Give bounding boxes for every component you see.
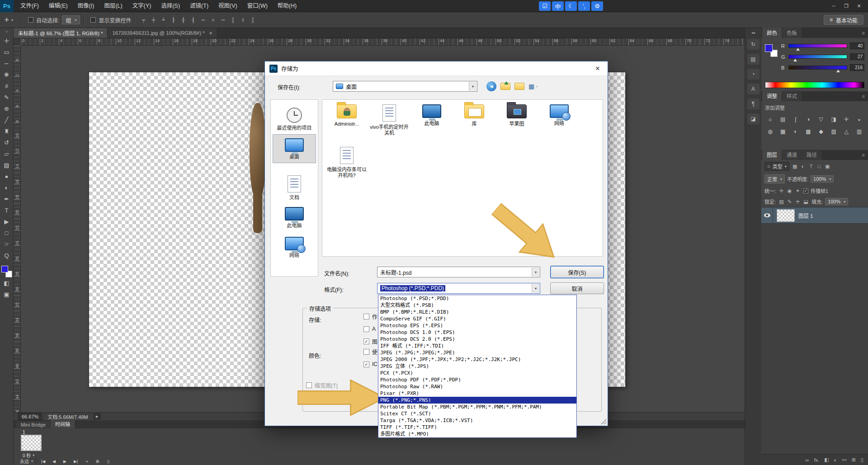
layer-name[interactable]: 图层 1 — [798, 212, 813, 219]
character-panel-icon[interactable]: A — [747, 84, 760, 94]
new-folder-icon[interactable] — [514, 83, 524, 90]
cancel-button[interactable]: 取消 — [550, 282, 604, 294]
lock-all-icon[interactable]: ⬓ — [802, 199, 809, 205]
save-in-dropdown[interactable]: 桌面 ▾ — [333, 81, 477, 92]
collapse-toolbox-icon[interactable]: » — [5, 29, 8, 34]
path-selection-tool[interactable]: ▶ — [1, 216, 13, 227]
format-option[interactable]: Portable Bit Map (*.PBM;*.PGM;*.PPM;*.PN… — [378, 404, 576, 410]
layer-style-icon[interactable]: fx. — [814, 457, 820, 463]
file-name-input[interactable]: 未标题-1.psd ▾ — [377, 267, 540, 277]
menu-item-9[interactable]: 帮助(H) — [273, 0, 302, 12]
align-vertical-centers-icon[interactable]: ┿ — [149, 16, 158, 24]
auto-select-checkbox[interactable] — [28, 17, 33, 23]
eraser-tool[interactable]: ▱ — [1, 148, 13, 160]
input-punctuation-icon[interactable]: ’, — [578, 1, 590, 11]
format-option[interactable]: Photoshop PDF (*.PDF;*.PDP) — [378, 376, 576, 383]
checkbox-row[interactable]: 使 — [363, 348, 377, 356]
dodge-tool[interactable]: ◐ — [1, 182, 13, 193]
format-option[interactable]: TIFF (*.TIF;*.TIFF) — [378, 424, 576, 431]
format-option[interactable]: Photoshop DCS 2.0 (*.EPS) — [378, 336, 576, 343]
blend-mode-dropdown[interactable]: 正常 ▾ — [764, 174, 785, 183]
align-top-edges-icon[interactable]: ┯ — [139, 16, 148, 24]
menu-item-3[interactable]: 图层(L) — [99, 0, 127, 12]
checkbox[interactable] — [363, 314, 369, 319]
lock-transparency-icon[interactable]: ▨ — [778, 199, 785, 205]
channel-slider[interactable] — [788, 44, 847, 48]
checkbox-row[interactable]: A — [363, 326, 377, 332]
color-lookup-icon[interactable]: ◐ — [790, 127, 801, 136]
hand-tool[interactable]: ☞ — [1, 239, 13, 250]
panel-menu-icon[interactable]: ≡ — [862, 94, 865, 99]
format-option[interactable]: CompuServe GIF (*.GIF) — [378, 315, 576, 322]
color-balance-icon[interactable]: ✛ — [841, 114, 852, 124]
panel-menu-icon[interactable]: ≡ — [862, 152, 865, 158]
checkbox[interactable]: ✓ — [363, 338, 369, 344]
channel-slider[interactable] — [788, 55, 847, 59]
file-item[interactable]: 苹果图 — [496, 104, 538, 136]
menu-item-6[interactable]: 滤镜(T) — [185, 0, 213, 12]
place-clock[interactable]: 最近使用的项目 — [273, 104, 316, 133]
shape-tool[interactable]: □ — [1, 227, 13, 239]
checkbox[interactable]: ✓ — [363, 362, 369, 367]
propagate-frame-checkbox[interactable]: ✓ — [803, 188, 808, 193]
align-horizontal-centers-icon[interactable]: ╂ — [179, 16, 188, 24]
tween-button[interactable]: ⇢ — [83, 458, 90, 465]
fill-dropdown[interactable]: 100% ▾ — [825, 198, 848, 205]
layer-row[interactable]: 图层 1 — [761, 207, 868, 224]
input-language-icon[interactable]: 中 — [552, 1, 564, 11]
dialog-close-button[interactable]: ✕ — [588, 61, 608, 75]
format-option[interactable]: Photoshop Raw (*.RAW) — [378, 383, 576, 390]
filter-pixel-layers-icon[interactable]: ▦ — [792, 164, 798, 169]
next-frame-button[interactable]: ▶| — [72, 458, 80, 465]
selective-color-icon[interactable]: ▥ — [854, 127, 864, 136]
distribute-left-edges-icon[interactable]: ║ — [228, 16, 237, 24]
menu-item-4[interactable]: 文字(Y) — [127, 0, 156, 12]
posterize-icon[interactable]: ◆ — [816, 127, 826, 136]
format-option[interactable]: JPEG 2000 (*.JPF;*.JPX;*.JP2;*.J2C;*.J2K… — [378, 356, 576, 363]
tab-adjustments[interactable]: 调整 — [762, 91, 782, 101]
lock-position-icon[interactable]: ✛ — [794, 199, 801, 205]
checkbox-row[interactable]: 作 — [363, 313, 377, 320]
history-brush-tool[interactable]: ↺ — [1, 137, 13, 148]
format-option[interactable]: PNG (*.PNG;*.PNS) — [378, 397, 576, 404]
brightness-contrast-icon[interactable]: ☼ — [765, 114, 775, 124]
menu-item-7[interactable]: 视图(V) — [213, 0, 242, 12]
format-option[interactable]: 大型文档格式 (*.PSB) — [378, 302, 576, 309]
file-item[interactable]: 此电脑 — [411, 104, 453, 136]
zoom-level-field[interactable]: 66.67% — [18, 413, 42, 420]
menu-item-5[interactable]: 选择(S) — [156, 0, 185, 12]
crop-tool[interactable]: # — [1, 80, 13, 92]
screen-mode-button[interactable]: ▣ — [1, 289, 13, 300]
duplicate-frame-button[interactable]: ⊞ — [94, 458, 101, 465]
distribute-right-edges-icon[interactable]: ║ — [248, 16, 257, 24]
filter-shape-layers-icon[interactable]: □ — [816, 164, 823, 169]
file-item[interactable]: 网络 — [538, 104, 580, 136]
filter-smart-objects-icon[interactable]: ▣ — [824, 164, 831, 169]
format-option[interactable]: BMP (*.BMP;*.RLE;*.DIB) — [378, 309, 576, 315]
input-check-icon[interactable]: ☑ — [539, 1, 551, 11]
input-moon-icon[interactable]: ☾ — [565, 1, 577, 11]
play-button[interactable]: ▶ — [61, 458, 69, 465]
blur-tool[interactable]: ● — [1, 171, 13, 182]
opacity-dropdown[interactable]: 100% ▾ — [811, 175, 834, 183]
view-menu-icon[interactable]: ▦▾ — [528, 83, 538, 90]
format-option[interactable]: Pixar (*.PXR) — [378, 390, 576, 397]
first-frame-button[interactable]: |◀ — [39, 458, 47, 465]
delete-frame-button[interactable]: ▯ — [104, 458, 112, 465]
menu-item-2[interactable]: 图像(I) — [73, 0, 99, 12]
place-doc[interactable]: 文档 — [273, 173, 316, 202]
tab-layers[interactable]: 图层 — [762, 150, 782, 160]
threshold-icon[interactable]: ▧ — [829, 127, 839, 136]
foreground-color-swatch[interactable] — [765, 44, 773, 52]
close-button[interactable]: ✕ — [853, 0, 865, 12]
layer-visibility-toggle[interactable] — [761, 207, 773, 224]
pen-tool[interactable]: ✒ — [1, 193, 13, 205]
distribute-vertical-centers-icon[interactable]: ≡ — [208, 16, 217, 24]
curves-icon[interactable]: ∫ — [790, 114, 801, 124]
checkbox-row[interactable]: ✓IC — [363, 361, 377, 367]
file-item[interactable]: 电脑没内存条可以开机吗? — [326, 147, 368, 178]
dialog-title-bar[interactable]: Ps 存储为 — [265, 61, 608, 76]
slider-thumb[interactable] — [793, 59, 797, 61]
horizontal-ruler[interactable]: 0246810121416182022242628303234363840424… — [21, 38, 745, 46]
clone-stamp-tool[interactable]: ♜ — [1, 126, 13, 137]
